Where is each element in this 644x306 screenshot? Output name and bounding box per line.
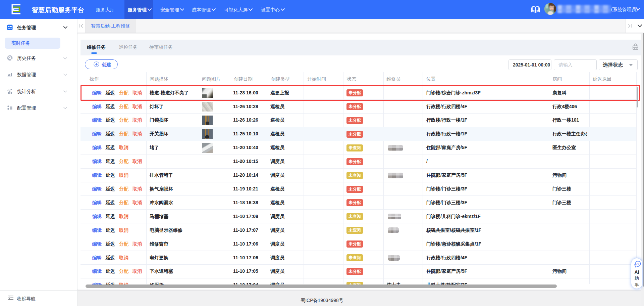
- svg-text:AI: AI: [636, 262, 639, 265]
